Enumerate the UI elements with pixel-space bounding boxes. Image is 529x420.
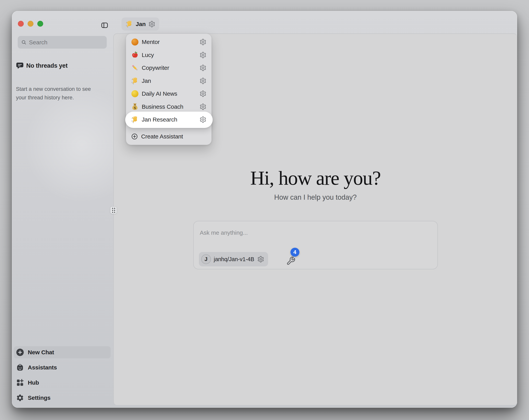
greeting-title: Hi, how are you? xyxy=(114,168,517,189)
yellow-circle-emoji-icon xyxy=(131,90,139,98)
assistant-dropdown-menu: Mentor Lucy Copywriter Jan Daily AI News… xyxy=(126,34,212,145)
assistant-selector-chip[interactable]: Jan xyxy=(121,17,159,30)
sidebar-item-new-chat[interactable]: New Chat xyxy=(14,346,111,358)
thread-bubble-icon xyxy=(16,62,24,70)
model-name: janhq/Jan-v1-4B xyxy=(214,256,254,262)
waving-hand-emoji-icon xyxy=(125,20,133,28)
sidebar-resize-handle[interactable] xyxy=(110,206,117,214)
empty-state-header: No threads yet xyxy=(16,62,68,70)
gear-icon[interactable] xyxy=(199,64,206,71)
model-settings-gear-icon[interactable] xyxy=(257,256,264,263)
waving-hand-emoji-icon xyxy=(131,77,139,85)
tools-count-badge: 4 xyxy=(291,248,299,257)
gear-icon[interactable] xyxy=(199,90,206,97)
minimize-button[interactable] xyxy=(28,21,33,27)
app-window: No threads yet Start a new conversation … xyxy=(12,11,517,408)
plus-circle-outline-icon xyxy=(131,133,138,140)
chat-composer: J janhq/Jan-v1-4B 4 xyxy=(193,221,438,269)
red-apple-emoji-icon xyxy=(131,51,139,59)
assistant-settings-gear-icon[interactable] xyxy=(148,21,155,27)
model-avatar: J xyxy=(201,254,211,264)
empty-state-description: Start a new conversation to see your thr… xyxy=(16,85,100,102)
greeting-subtitle: How can I help you today? xyxy=(114,193,517,202)
chat-input[interactable] xyxy=(200,230,431,245)
pencil-emoji-icon xyxy=(131,64,139,72)
sidebar-item-label: Settings xyxy=(28,394,51,401)
orange-circle-emoji-icon xyxy=(131,38,139,46)
gear-icon[interactable] xyxy=(199,116,206,123)
empty-state-title: No threads yet xyxy=(26,62,68,69)
assistant-bot-icon xyxy=(16,363,24,372)
sidebar-toggle-icon xyxy=(101,22,108,29)
tools-button[interactable]: 4 xyxy=(286,248,301,266)
wrench-icon xyxy=(286,256,295,266)
toggle-sidebar-button[interactable] xyxy=(101,22,108,29)
gear-icon[interactable] xyxy=(199,52,206,58)
traffic-lights xyxy=(18,21,43,27)
gear-icon[interactable] xyxy=(199,39,206,45)
create-assistant-button[interactable]: Create Assistant xyxy=(126,130,212,143)
close-button[interactable] xyxy=(18,21,24,27)
sidebar-item-hub[interactable]: Hub xyxy=(14,377,111,389)
menu-item-business-coach[interactable]: Business Coach xyxy=(126,100,212,113)
search-icon xyxy=(21,40,27,45)
sidebar-nav: New Chat Assistants xyxy=(14,346,111,404)
menu-item-jan[interactable]: Jan xyxy=(126,74,212,87)
sidebar-item-assistants[interactable]: Assistants xyxy=(14,362,111,374)
sidebar-item-label: Assistants xyxy=(28,364,57,371)
money-bag-emoji-icon xyxy=(131,103,139,111)
menu-item-daily-ai-news[interactable]: Daily AI News xyxy=(126,87,212,100)
sidebar-item-settings[interactable]: Settings xyxy=(14,392,111,404)
gear-icon[interactable] xyxy=(199,103,206,110)
hub-grid-plus-icon xyxy=(16,378,24,387)
menu-item-jan-research[interactable]: Jan Research xyxy=(126,113,212,126)
waving-hand-emoji-icon xyxy=(131,116,139,123)
sidebar-item-label: New Chat xyxy=(28,349,54,356)
sidebar: No threads yet Start a new conversation … xyxy=(12,11,113,408)
menu-item-lucy[interactable]: Lucy xyxy=(126,49,212,62)
search-box xyxy=(18,36,107,49)
model-selector[interactable]: J janhq/Jan-v1-4B xyxy=(199,252,268,266)
gear-icon[interactable] xyxy=(199,77,206,84)
search-input[interactable] xyxy=(29,39,107,46)
sidebar-item-label: Hub xyxy=(28,379,39,386)
plus-circle-icon xyxy=(16,348,24,357)
gear-icon xyxy=(16,393,24,402)
zoom-button[interactable] xyxy=(37,21,43,27)
menu-item-copywriter[interactable]: Copywriter xyxy=(126,61,212,74)
menu-item-mentor[interactable]: Mentor xyxy=(126,36,212,49)
current-assistant-name: Jan xyxy=(136,21,146,27)
